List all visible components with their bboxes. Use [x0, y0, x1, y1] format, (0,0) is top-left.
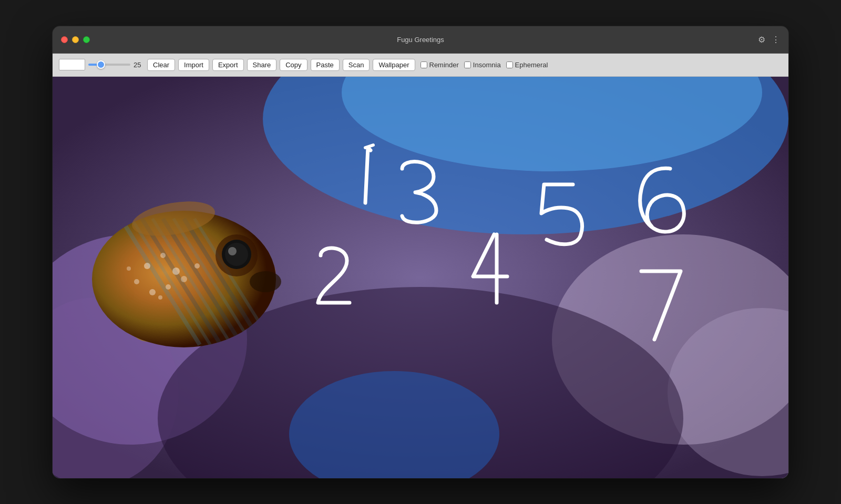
- puzzle-icon[interactable]: ⚙: [758, 35, 765, 45]
- canvas-area[interactable]: [53, 77, 788, 478]
- more-icon[interactable]: ⋮: [772, 35, 780, 45]
- checkbox-group: Reminder Insomnia Ephemeral: [420, 61, 548, 69]
- svg-point-33: [225, 243, 248, 266]
- svg-point-25: [149, 289, 156, 295]
- share-button[interactable]: Share: [247, 59, 277, 71]
- svg-point-34: [228, 247, 237, 255]
- app-window: Fugu Greetings ⚙ ⋮ 25 Clear Import Expor…: [53, 26, 788, 478]
- wallpaper-button[interactable]: Wallpaper: [373, 59, 415, 71]
- stroke-size-slider[interactable]: [88, 64, 130, 66]
- ephemeral-checkbox-label[interactable]: Ephemeral: [506, 61, 548, 69]
- svg-point-23: [172, 268, 180, 275]
- close-button[interactable]: [61, 36, 68, 43]
- copy-button[interactable]: Copy: [280, 59, 307, 71]
- slider-container: 25: [88, 61, 144, 69]
- slider-value: 25: [134, 61, 144, 69]
- stroke-preview: [59, 59, 85, 70]
- reminder-checkbox[interactable]: [420, 61, 427, 68]
- svg-point-24: [134, 279, 139, 284]
- insomnia-label: Insomnia: [473, 61, 501, 69]
- svg-point-22: [160, 253, 166, 258]
- svg-point-21: [144, 263, 150, 269]
- import-button[interactable]: Import: [178, 59, 209, 71]
- svg-point-28: [194, 263, 200, 269]
- svg-point-27: [181, 276, 187, 282]
- paste-button[interactable]: Paste: [311, 59, 340, 71]
- window-title: Fugu Greetings: [397, 36, 444, 44]
- export-button[interactable]: Export: [212, 59, 244, 71]
- traffic-lights: [61, 36, 90, 43]
- svg-point-26: [166, 284, 171, 290]
- title-bar: Fugu Greetings ⚙ ⋮: [53, 26, 788, 54]
- insomnia-checkbox-label[interactable]: Insomnia: [464, 61, 501, 69]
- clear-button[interactable]: Clear: [147, 59, 175, 71]
- ephemeral-label: Ephemeral: [515, 61, 548, 69]
- svg-point-35: [250, 271, 281, 292]
- ephemeral-checkbox[interactable]: [506, 61, 513, 68]
- svg-point-29: [127, 266, 131, 271]
- toolbar: 25 Clear Import Export Share Copy Paste …: [53, 54, 788, 77]
- minimize-button[interactable]: [72, 36, 79, 43]
- svg-point-30: [158, 295, 162, 300]
- reminder-checkbox-label[interactable]: Reminder: [420, 61, 459, 69]
- maximize-button[interactable]: [83, 36, 90, 43]
- scene-svg: [53, 77, 788, 478]
- insomnia-checkbox[interactable]: [464, 61, 471, 68]
- title-bar-actions: ⚙ ⋮: [758, 35, 780, 45]
- scan-button[interactable]: Scan: [343, 59, 370, 71]
- reminder-label: Reminder: [429, 61, 459, 69]
